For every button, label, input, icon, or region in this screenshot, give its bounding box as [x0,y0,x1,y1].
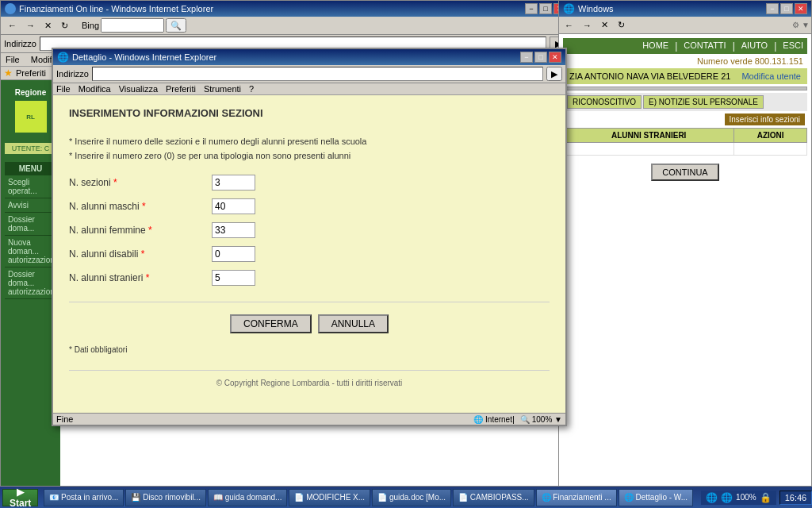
menu-scegli[interactable]: Scegli operat... [5,175,56,198]
modal-menu-strumenti[interactable]: Strumenti [204,84,241,94]
main-window-title: Finanziamenti On line - Windows Internet… [19,4,213,13]
form-instructions: * Inserire il numero delle sezioni e il … [69,135,550,163]
continua-btn[interactable]: CONTINUA [651,164,718,181]
region-logo: Regione RL [13,84,48,140]
input-stranieri[interactable] [212,270,255,286]
required-star-1: * [113,177,117,188]
address-label: Indirizzo [4,39,36,48]
modal-addr-label: Indirizzo [56,69,89,79]
annulla-btn[interactable]: ANNULLA [318,314,389,333]
menu-file[interactable]: File [4,54,21,65]
modal-address-bar: Indirizzo http://89.96.190.11/dgformazio… [53,65,565,83]
label-maschi: N. alunni maschi * [69,201,212,212]
input-femmine[interactable] [212,222,255,238]
bg-nav-aiuto[interactable]: AIUTO [741,40,768,52]
input-sezioni[interactable] [212,175,255,190]
modal-minimize-btn[interactable]: − [520,52,533,63]
modal-titlebar: 🌐 Dettaglio - Windows Internet Explorer … [53,49,565,65]
internet-zone: 🌐 Internet [473,415,512,424]
main-stop-btn[interactable]: ✕ [40,19,56,33]
modal-menu-aiuto[interactable]: ? [249,84,254,94]
bg-toolbar-fwd[interactable]: → [579,19,596,32]
required-star-3: * [148,225,152,236]
modal-menu-preferiti[interactable]: Preferiti [166,84,196,94]
bg-close-btn[interactable]: ✕ [795,3,807,14]
modal-menu-modifica[interactable]: Modifica [79,84,111,94]
modal-menu-file[interactable]: File [56,84,71,94]
fav-label[interactable]: Preferiti [16,68,46,78]
modal-window: 🌐 Dettaglio - Windows Internet Explorer … [52,48,567,426]
main-minimize-btn[interactable]: − [525,3,538,14]
taskbar-app-finanziamenti[interactable]: 🌐 Finanziamenti ... [536,489,617,506]
form-instruction-2: * Inserire il numero zero (0) se per una… [69,149,550,164]
taskbar-app-dettaglio[interactable]: 🌐 Dettaglio - W... [619,489,693,506]
address-text: ZIA ANTONIO NAVA VIA BELVEDERE 21 [569,71,730,81]
menu-header: MENU [5,162,56,175]
search-label: Bing [82,21,99,30]
taskbar-app-modifiche[interactable]: 📄 MODIFICHE X... [289,489,370,506]
bg-nav-esci[interactable]: ESCI [783,40,803,52]
search-btn[interactable]: 🔍 [166,18,186,33]
bg-toolbar-refresh[interactable]: ↻ [614,18,629,32]
modal-status-text: Fine [56,414,73,424]
form-instruction-1: * Inserire il numero delle sezioni e il … [69,135,550,149]
bg-titlebar: 🌐 Windows − □ ✕ [559,1,811,17]
bg-nav-home[interactable]: HOME [642,40,668,52]
tray-percent: 100% [736,493,756,502]
taskbar-app-cambio[interactable]: 📄 CAMBIOPASS... [453,489,534,506]
bg-content: HOME | CONTATTI | AIUTO | ESCI Numero ve… [559,34,811,193]
label-femmine: N. alunni femmine * [69,225,212,236]
menu-nuova-domanda[interactable]: Nuova doman... autorizzazion... [5,236,56,267]
taskbar-app-guida[interactable]: 📖 guida domand... [208,489,288,506]
col-alunni-stranieri: ALUNNI STRANIERI [564,129,734,143]
search-input[interactable] [101,18,164,33]
system-clock: 16:46 [779,491,812,505]
tray-area: 🌐 🌐 100% 🔒 [701,491,776,505]
taskbar-app-guidadoc[interactable]: 📄 guida.doc [Mo... [372,489,451,506]
bg-minimize-btn[interactable]: − [766,3,779,14]
input-disabili[interactable] [212,246,255,262]
inserisci-btn[interactable]: Inserisci info sezioni [725,114,805,125]
main-toolbar: ← → ✕ ↻ Bing 🔍 [1,17,570,35]
main-maximize-btn[interactable]: □ [539,3,552,14]
input-maschi[interactable] [212,198,255,214]
modal-address-input[interactable]: http://89.96.190.11/dgformazione/dettagl… [92,67,543,81]
bg-toolbar-stop[interactable]: ✕ [597,18,612,32]
fav-star-icon: ★ [4,67,13,79]
required-star-5: * [146,272,150,283]
region-emblem: RL [15,101,47,133]
start-button[interactable]: ▶ Start [2,489,38,506]
bg-toolbar: ← → ✕ ↻ ⚙ ▼ [559,17,811,34]
bg-tab-riconoscitivo[interactable]: RICONOSCITIVO [567,95,642,109]
taskbar-app-posta[interactable]: 📧 Posta in arrivo... [44,489,124,506]
form-row-maschi: N. alunni maschi * [69,198,550,214]
col-azioni: AZIONI [734,129,807,143]
main-fwd-btn[interactable]: → [22,19,39,32]
main-titlebar: Finanziamenti On line - Windows Internet… [1,1,570,17]
background-ie-window: 🌐 Windows − □ ✕ ← → ✕ ↻ ⚙ ▼ HOME | CONTA… [558,0,812,492]
table-row [564,143,807,156]
modifica-utente-link[interactable]: Modifica utente [741,71,801,81]
conferma-btn[interactable]: CONFERMA [230,314,312,333]
ie-tray-icon: 🌐 [721,492,733,503]
modal-go-btn[interactable]: ▶ [546,67,562,81]
modal-close-btn[interactable]: ✕ [549,52,561,63]
taskbar-app-disco[interactable]: 💾 Disco rimovibil... [125,489,206,506]
menu-dossier[interactable]: Dossier doma... [5,213,56,236]
modal-maximize-btn[interactable]: □ [534,52,547,63]
bg-tab-notizie[interactable]: E) NOTIZIE SUL PERSONALE [643,95,764,109]
bg-maximize-btn[interactable]: □ [780,3,793,14]
form-row-disabili: N. alunni disabili * [69,246,550,262]
menu-avvisi[interactable]: Avvisi [5,198,56,213]
menu-dossier-auth[interactable]: Dossier doma... autorizzazion... [5,267,56,299]
bg-toolbar-back[interactable]: ← [561,19,577,32]
main-back-btn[interactable]: ← [4,19,21,32]
modal-title: Dettaglio - Windows Internet Explorer [72,52,216,62]
required-star-4: * [141,248,145,260]
modal-menu-visualizza[interactable]: Visualizza [119,84,158,94]
main-refresh-btn[interactable]: ↻ [57,19,72,33]
bg-nav-contatti[interactable]: CONTATTI [684,40,726,52]
bg-tabs-container: RICONOSCITIVO E) NOTIZIE SUL PERSONALE [563,93,807,111]
taskbar: ▶ Start 📧 Posta in arrivo... 💾 Disco rim… [0,486,812,508]
label-stranieri: N. alunni stranieri * [69,272,212,283]
